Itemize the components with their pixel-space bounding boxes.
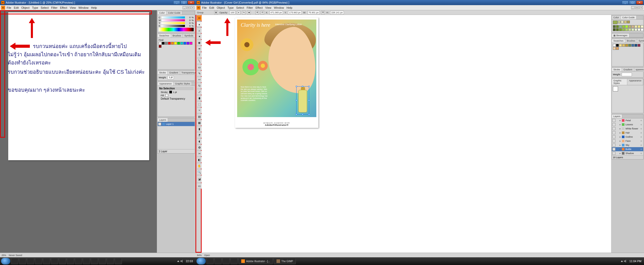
layer-name[interactable]: Petal bbox=[625, 119, 631, 122]
val-y[interactable]: 0 bbox=[186, 22, 191, 24]
free-transform-tool[interactable]: ⬚ bbox=[196, 101, 202, 107]
taskbar-item[interactable] bbox=[11, 258, 18, 264]
volume-icon[interactable] bbox=[624, 260, 627, 263]
w-field[interactable]: 75.901 px bbox=[308, 11, 320, 14]
taskbar-item[interactable] bbox=[19, 258, 26, 264]
tab-color[interactable]: Color bbox=[158, 11, 167, 15]
recolor-icon[interactable]: ◉ bbox=[247, 11, 251, 14]
layer-name[interactable]: Shadow bbox=[625, 152, 634, 155]
h-field[interactable]: 228.141 px bbox=[330, 11, 344, 14]
menu-help[interactable]: Help bbox=[91, 6, 97, 9]
fill-stroke-swatch[interactable]: ◪ bbox=[196, 175, 202, 183]
clock[interactable]: 22:03 bbox=[184, 260, 194, 263]
menu-help[interactable]: Help bbox=[287, 6, 292, 9]
minimize-button[interactable]: _ bbox=[173, 1, 180, 4]
maximize-button[interactable]: ▢ bbox=[181, 1, 187, 4]
taskbar-app-gimp[interactable]: The GIMP bbox=[274, 258, 296, 264]
mdi-min[interactable]: _ bbox=[183, 6, 186, 9]
layer-row[interactable]: ▸Sky○ bbox=[612, 143, 643, 147]
menu-object[interactable]: Object bbox=[21, 6, 30, 9]
taskbar-item[interactable] bbox=[230, 258, 238, 264]
menu-view[interactable]: View bbox=[265, 6, 271, 9]
tab-stroke[interactable]: Stroke bbox=[612, 68, 622, 71]
mdi-min[interactable]: _ bbox=[631, 6, 635, 9]
menu-view[interactable]: View bbox=[70, 6, 76, 9]
artboard[interactable]: Clarity is here Intensive Clarifying Lot… bbox=[235, 17, 318, 128]
menu-window[interactable]: Window bbox=[274, 6, 284, 9]
layer-name[interactable]: Leaves bbox=[625, 123, 633, 126]
menu-select[interactable]: Select bbox=[236, 6, 244, 9]
menu-type[interactable]: Type bbox=[32, 6, 38, 9]
live-paint-tool[interactable]: ✿ bbox=[196, 145, 202, 150]
tab-layers[interactable]: Layers bbox=[158, 118, 168, 122]
tab-stroke[interactable]: Stroke bbox=[158, 71, 168, 74]
tray-expand-icon[interactable] bbox=[177, 260, 179, 262]
menu-type[interactable]: Type bbox=[228, 6, 234, 9]
menu-filter[interactable]: Filter bbox=[51, 6, 57, 9]
taskbar-item[interactable] bbox=[99, 258, 106, 264]
paintbrush-tool[interactable]: ✎ bbox=[196, 71, 202, 76]
taskbar-item[interactable] bbox=[83, 258, 90, 264]
tab-brushes[interactable]: Brushes bbox=[171, 34, 183, 37]
layer-row[interactable]: Layer 1 bbox=[158, 122, 195, 126]
zoom-level[interactable]: 25% bbox=[2, 254, 6, 257]
tab-symbols[interactable]: Symbols bbox=[637, 39, 644, 43]
visibility-toggle[interactable] bbox=[612, 135, 615, 138]
gradient-tool[interactable]: ▮ bbox=[196, 126, 202, 132]
menu-effect[interactable]: Effect bbox=[255, 6, 263, 9]
tab-gradient[interactable]: Gradient bbox=[168, 71, 180, 74]
magic-wand-tool[interactable]: ✦ bbox=[196, 34, 202, 39]
visibility-toggle[interactable] bbox=[612, 144, 615, 147]
taskbar-item[interactable] bbox=[107, 258, 114, 264]
taskbar-app-illustrator[interactable]: Adobe Illustrator - [... bbox=[238, 258, 273, 264]
graph-tool[interactable]: ▤ bbox=[196, 114, 202, 119]
taskbar-item[interactable] bbox=[59, 258, 66, 264]
mdi-restore[interactable]: ▭ bbox=[635, 6, 639, 9]
swatch-grid[interactable] bbox=[159, 42, 194, 48]
eyedropper-tool[interactable]: ⁋ bbox=[196, 132, 202, 138]
tab-transparency[interactable]: Transparency bbox=[180, 71, 195, 74]
menu-file[interactable]: File bbox=[202, 6, 207, 9]
visibility-toggle[interactable] bbox=[612, 127, 615, 130]
system-tray[interactable] bbox=[621, 260, 627, 263]
type-tool[interactable]: T bbox=[196, 52, 202, 58]
menu-effect[interactable]: Effect bbox=[60, 6, 67, 9]
menu-filter[interactable]: Filter bbox=[247, 6, 253, 9]
menu-edit[interactable]: Edit bbox=[209, 6, 214, 9]
layer-row[interactable]: ▸Outline○ bbox=[612, 135, 643, 139]
layer-name[interactable]: Layer 1 bbox=[166, 123, 174, 125]
visibility-toggle[interactable] bbox=[612, 152, 615, 155]
menu-window[interactable]: Window bbox=[78, 6, 88, 9]
zoom-level[interactable]: 84% bbox=[197, 254, 202, 257]
layer-name[interactable]: Outline bbox=[625, 136, 633, 138]
opt-icon[interactable]: % bbox=[242, 11, 246, 14]
volume-icon[interactable] bbox=[180, 260, 183, 263]
tab-color[interactable]: Color bbox=[612, 16, 621, 19]
layer-name[interactable]: White flower bbox=[625, 127, 638, 130]
layer-name[interactable]: Bottle bbox=[625, 148, 631, 150]
minimize-button[interactable]: _ bbox=[622, 1, 629, 4]
swatch-grid[interactable] bbox=[613, 44, 642, 50]
layer-row[interactable]: ▸White flower○ bbox=[612, 127, 643, 131]
link-wh-icon[interactable]: ⛓ bbox=[321, 11, 325, 14]
visibility-toggle[interactable] bbox=[158, 122, 161, 126]
taskbar-item[interactable] bbox=[214, 258, 222, 264]
eraser-tool[interactable]: ◧ bbox=[196, 157, 202, 163]
selection-bbox[interactable] bbox=[296, 86, 309, 115]
visibility-toggle[interactable] bbox=[612, 139, 615, 143]
tab-brushes[interactable]: Brushes bbox=[625, 39, 637, 43]
rotate-tool[interactable]: ↻ bbox=[196, 83, 202, 89]
screen-mode[interactable]: ▭ bbox=[196, 183, 202, 189]
zoom-tool[interactable]: 🔍 bbox=[196, 169, 202, 175]
x-field[interactable]: 471.065 px bbox=[270, 11, 283, 14]
tab-beverages[interactable]: ▦ Beverages bbox=[612, 34, 629, 37]
menu-file[interactable]: File bbox=[7, 6, 11, 9]
val-m[interactable]: 0 bbox=[186, 19, 191, 22]
maximize-button[interactable]: ▢ bbox=[629, 1, 636, 4]
opacity-field[interactable]: 100 bbox=[229, 11, 235, 14]
taskbar-item[interactable] bbox=[207, 258, 214, 264]
align-icon[interactable]: ▦ bbox=[214, 11, 218, 14]
transform-icon[interactable]: ⊟ bbox=[261, 11, 264, 14]
weight-field[interactable] bbox=[622, 73, 632, 76]
taskbar-item[interactable] bbox=[43, 258, 50, 264]
